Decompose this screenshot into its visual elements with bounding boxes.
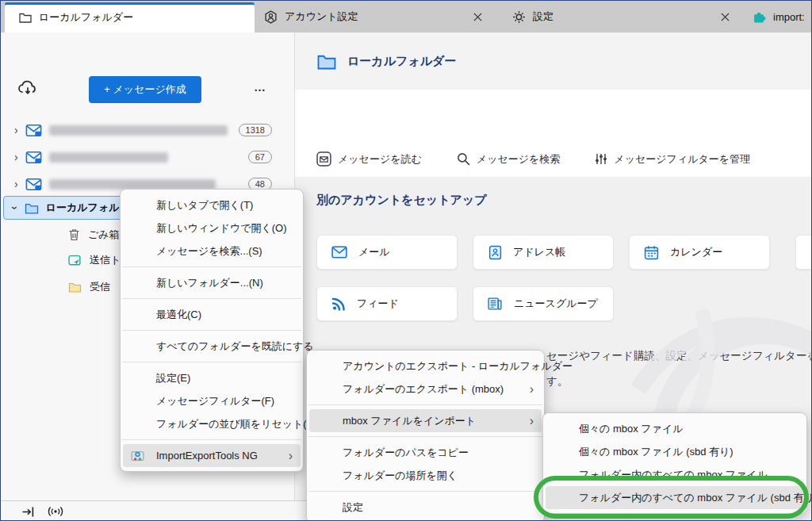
newsgroup-icon <box>488 297 503 311</box>
tab-label: import: <box>773 11 805 23</box>
read-messages-link[interactable]: メッセージを読む <box>316 151 422 167</box>
menu-item-individual-mbox[interactable]: 個々の mbox ファイル <box>546 417 804 440</box>
menu-separator <box>308 491 542 492</box>
menu-separator <box>122 266 301 267</box>
menu-item-iet-settings[interactable]: 設定 <box>309 496 542 519</box>
link-label: メッセージフィルターを管理 <box>614 152 750 167</box>
menu-item-label: メッセージフィルター(F) <box>156 394 274 408</box>
chevron-right-icon: › <box>14 125 18 136</box>
search-messages-link[interactable]: メッセージを検索 <box>457 152 561 167</box>
menu-item-importexporttools-ng[interactable]: ImportExportTools NG › <box>123 444 301 467</box>
menu-item-open-folder-location[interactable]: フォルダーの場所を開く <box>309 464 542 487</box>
dock-icon[interactable] <box>21 506 36 518</box>
mail-account-icon <box>25 124 42 137</box>
menu-item-open-new-tab[interactable]: 新しいタブで開く(T) <box>123 193 301 216</box>
tab-settings[interactable]: 設定 <box>512 1 553 33</box>
menu-item-export-folder-mbox[interactable]: フォルダーのエクスポート (mbox) › <box>309 377 542 400</box>
mbox-import-submenu: 個々の mbox ファイル 個々の mbox ファイル (sbd 有り) フォル… <box>542 412 807 514</box>
menu-item-label: 新しいウィンドウで開く(O) <box>156 221 287 236</box>
menu-item-copy-folder-path[interactable]: フォルダーのパスをコピー <box>309 441 542 464</box>
menu-item-compact[interactable]: 最適化(C) <box>123 303 301 326</box>
redacted-account-name <box>49 125 228 136</box>
tab-label: 設定 <box>533 10 553 24</box>
tab-import[interactable]: import: <box>753 1 805 33</box>
card-label: ニュースグループ <box>514 297 598 311</box>
link-label: メッセージを検索 <box>477 152 561 167</box>
menu-item-label: すべてのフォルダーを既読にする <box>156 339 314 354</box>
calendar-icon <box>644 245 659 260</box>
menu-item-import-mbox-file[interactable]: mbox ファイルをインポート › <box>309 409 542 432</box>
tab-local-folders[interactable]: ローカルフォルダー <box>5 2 255 33</box>
card-label: カレンダー <box>670 245 722 259</box>
quick-links-band: メッセージを読む メッセージを検索 メッセージフィルターを管理 <box>295 90 812 177</box>
menu-item-label: フォルダーのパスをコピー <box>343 446 469 460</box>
menu-item-settings[interactable]: 設定(E) <box>123 366 301 389</box>
menu-item-all-mbox-in-folder-sbd[interactable]: フォルダー内のすべての mbox ファイル (sbd 有り) <box>546 486 804 509</box>
setup-calendar-button[interactable]: カレンダー <box>629 235 770 270</box>
kebab-menu-icon[interactable]: … <box>254 80 266 94</box>
close-tab-icon[interactable] <box>714 6 735 27</box>
menu-item-all-mbox-in-folder[interactable]: フォルダー内のすべての mbox ファイル <box>546 463 804 486</box>
menu-item-search-messages[interactable]: メッセージを検索...(S) <box>123 239 301 262</box>
setup-heading: 別のアカウントをセットアップ <box>316 193 487 208</box>
filter-sliders-icon <box>595 152 607 166</box>
menu-separator <box>308 436 542 437</box>
setup-feed-button[interactable]: フィード <box>316 286 458 321</box>
search-icon <box>457 152 470 166</box>
import-description-line2: す。 <box>546 374 568 389</box>
page-title: ローカルフォルダー <box>347 54 456 69</box>
account-row[interactable]: › 1318 <box>2 118 285 142</box>
menu-item-label: 設定(E) <box>156 371 190 385</box>
setup-mail-button[interactable]: メール <box>316 235 458 270</box>
menu-item-mark-all-read[interactable]: すべてのフォルダーを既読にする <box>123 335 301 358</box>
menu-item-label: 個々の mbox ファイル (sbd 有り) <box>579 445 733 459</box>
blue-folder-icon <box>316 53 337 70</box>
importexporttools-submenu: アカウントのエクスポート - ローカルフォルダー フォルダーのエクスポート (m… <box>306 350 545 521</box>
menu-item-label: 設定 <box>343 500 363 515</box>
trash-icon <box>68 228 80 241</box>
menu-item-label: フォルダーのエクスポート (mbox) <box>343 382 504 396</box>
menu-separator <box>122 330 301 331</box>
card-label: フィード <box>357 297 399 311</box>
setup-addressbook-button[interactable]: アドレス帳 <box>473 235 614 270</box>
card-label: メール <box>358 245 390 259</box>
redacted-account-name <box>49 152 168 163</box>
folder-icon <box>19 12 32 23</box>
menu-separator <box>122 298 301 299</box>
menu-separator <box>308 404 542 405</box>
get-messages-cloud-icon[interactable] <box>17 79 38 98</box>
menu-item-individual-mbox-sbd[interactable]: 個々の mbox ファイル (sbd 有り) <box>546 440 804 463</box>
menu-item-reset-folder-order[interactable]: フォルダーの並び順をリセット(R) <box>123 412 301 435</box>
tab-account-settings[interactable]: アカウント設定 <box>264 1 358 33</box>
close-tab-icon[interactable] <box>467 6 488 27</box>
menu-item-label: 新しいフォルダー...(N) <box>156 276 263 290</box>
menu-item-label: アカウントのエクスポート - ローカルフォルダー <box>343 359 573 374</box>
read-message-icon <box>316 151 331 167</box>
manage-filters-link[interactable]: メッセージフィルターを管理 <box>595 152 750 167</box>
menu-item-message-filters[interactable]: メッセージフィルター(F) <box>123 389 301 412</box>
sidebar-item-label: 受信 <box>90 280 110 294</box>
menu-item-label: 最適化(C) <box>156 308 201 322</box>
folder-context-menu: 新しいタブで開く(T) 新しいウィンドウで開く(O) メッセージを検索...(S… <box>120 189 304 472</box>
redacted-account-name <box>49 179 216 190</box>
chevron-right-icon: › <box>14 151 18 163</box>
thunderbird-window: ローカルフォルダー アカウント設定 設定 import: <box>0 0 812 521</box>
address-book-icon <box>488 245 502 260</box>
menu-item-open-new-window[interactable]: 新しいウィンドウで開く(O) <box>123 216 301 239</box>
menu-item-label: ImportExportTools NG <box>156 450 258 462</box>
menu-separator <box>122 439 301 440</box>
setup-newsgroup-button[interactable]: ニュースグループ <box>473 286 614 321</box>
mail-account-icon <box>25 151 42 164</box>
menu-item-label: 個々の mbox ファイル <box>579 422 684 436</box>
account-row[interactable]: › 67 <box>2 145 285 169</box>
menu-item-new-folder[interactable]: 新しいフォルダー...(N) <box>123 271 301 294</box>
menu-item-export-account[interactable]: アカウントのエクスポート - ローカルフォルダー <box>309 354 542 377</box>
tab-bar: ローカルフォルダー アカウント設定 設定 import: <box>1 1 812 33</box>
compose-message-button[interactable]: + メッセージ作成 <box>89 76 201 103</box>
setup-chat-button[interactable] <box>795 235 812 270</box>
tab-label: ローカルフォルダー <box>39 10 133 25</box>
sidebar-item-label: ごみ箱 <box>88 228 120 242</box>
network-status-icon[interactable] <box>47 505 64 518</box>
card-label: アドレス帳 <box>513 245 565 259</box>
unread-count-badge: 1318 <box>239 124 272 136</box>
